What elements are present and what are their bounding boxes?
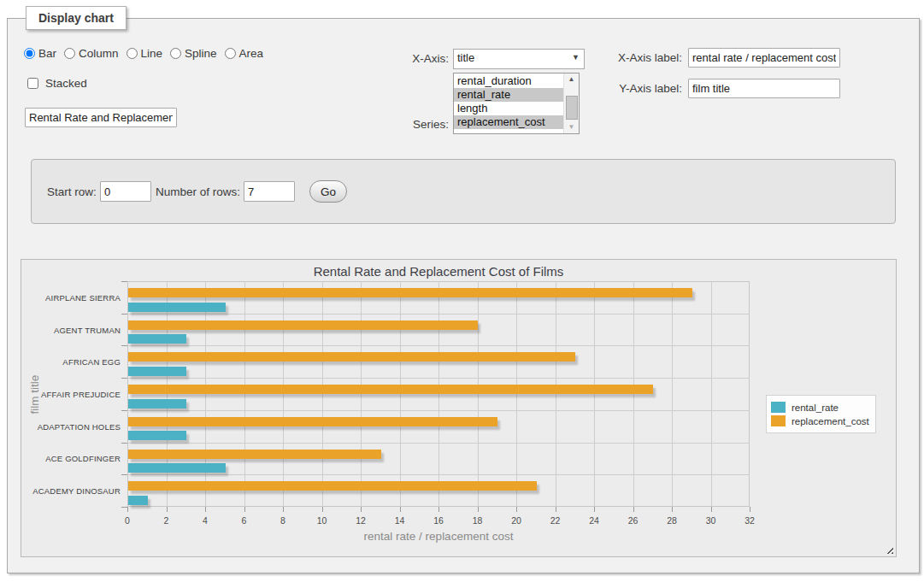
- bar-rental_rate: [128, 496, 148, 505]
- stacked-checkbox[interactable]: [27, 78, 38, 89]
- y-axis-tick: [121, 443, 127, 444]
- start-row-input[interactable]: [100, 181, 151, 202]
- gridline-horizontal: [127, 378, 750, 379]
- y-axis-tick: [121, 345, 127, 346]
- gridline-horizontal: [127, 314, 750, 315]
- bar-rental_rate: [128, 431, 186, 440]
- chart-type-option-column: Column: [64, 47, 119, 60]
- bar-replacement_cost: [128, 481, 537, 491]
- gridline-vertical: [711, 281, 712, 507]
- x-axis-tick: [127, 507, 128, 512]
- x-axis-tick: [633, 507, 634, 512]
- gridline-horizontal: [127, 345, 750, 346]
- x-axis-tick: [750, 507, 750, 512]
- chart-type-radio-line[interactable]: [127, 48, 138, 59]
- x-axis-tick-label: 22: [550, 515, 561, 526]
- legend-swatch: [771, 415, 786, 426]
- chart-type-radio-spline[interactable]: [170, 48, 181, 59]
- chart-type-radio-area[interactable]: [225, 48, 236, 59]
- chart-type-option-bar: Bar: [24, 47, 56, 60]
- gridline-horizontal: [127, 474, 750, 475]
- y-axis-tick: [121, 410, 127, 411]
- series-option-rental_rate[interactable]: rental_rate: [454, 88, 564, 102]
- chart-container: Rental Rate and Replacement Cost of Film…: [21, 259, 897, 557]
- y-category-label: AIRPLANE SIERRA: [21, 293, 121, 303]
- x-axis-tick-label: 14: [395, 515, 405, 526]
- y-axis-label-input[interactable]: [688, 79, 840, 98]
- series-option-replacement_cost[interactable]: replacement_cost: [454, 115, 564, 129]
- chart-title-input[interactable]: [25, 108, 177, 127]
- chart-type-radio-column[interactable]: [64, 48, 75, 59]
- x-axis-tick-label: 18: [473, 515, 483, 526]
- gridline-horizontal: [127, 410, 750, 411]
- legend-entry: rental_rate: [771, 402, 869, 413]
- x-axis-selected-value: title: [457, 51, 474, 64]
- x-axis-title: rental rate / replacement cost: [127, 530, 750, 543]
- chart-type-option-spline: Spline: [170, 47, 217, 60]
- scrollbar-thumb[interactable]: [566, 96, 578, 120]
- bar-replacement_cost: [128, 417, 497, 426]
- chart-type-option-area: Area: [225, 47, 264, 60]
- bar-replacement_cost: [128, 352, 575, 362]
- legend-swatch: [771, 402, 786, 413]
- x-axis-tick: [322, 507, 323, 512]
- x-axis-tick: [361, 507, 362, 512]
- x-axis-tick: [167, 507, 168, 512]
- chevron-down-icon: ▼: [572, 53, 580, 62]
- chart-type-option-line: Line: [127, 47, 163, 60]
- y-axis-tick: [121, 378, 127, 379]
- y-category-label: ACADEMY DINOSAUR: [21, 486, 121, 496]
- gridline-horizontal: [127, 443, 750, 444]
- x-axis-tick: [400, 507, 401, 512]
- fieldset-legend: Display chart: [26, 6, 127, 30]
- series-listbox[interactable]: rental_durationrental_ratelengthreplacem…: [453, 73, 580, 134]
- x-axis-tick: [244, 507, 245, 512]
- scroll-down-icon[interactable]: ▼: [564, 121, 579, 133]
- y-axis-tick: [121, 314, 127, 315]
- y-category-label: ADAPTATION HOLES: [21, 422, 121, 432]
- bar-replacement_cost: [128, 450, 381, 459]
- chart-type-label: Spline: [185, 47, 217, 60]
- chart-legend: rental_ratereplacement_cost: [766, 395, 876, 433]
- series-options: rental_durationrental_ratelengthreplacem…: [454, 74, 564, 129]
- x-axis-tick: [594, 507, 595, 512]
- number-of-rows-input[interactable]: [244, 181, 295, 202]
- gridline-vertical: [672, 281, 673, 507]
- y-category-label: AFFAIR PREJUDICE: [21, 390, 121, 399]
- x-axis-label-label: X-Axis label:: [600, 51, 682, 64]
- stacked-row: Stacked: [24, 75, 87, 91]
- x-axis-tick: [556, 507, 556, 512]
- x-axis-tick: [516, 507, 517, 512]
- legend-label: replacement_cost: [792, 416, 869, 426]
- chart-title: Rental Rate and Replacement Cost of Film…: [127, 264, 750, 279]
- chart-type-radio-bar[interactable]: [24, 48, 35, 59]
- x-axis-select[interactable]: title ▼: [453, 49, 585, 69]
- chart-type-label: Area: [239, 47, 264, 60]
- x-axis-tick-label: 12: [356, 515, 366, 526]
- x-axis-tick: [478, 507, 479, 512]
- x-axis-tick-label: 2: [164, 515, 169, 526]
- chart-type-radio-group: BarColumnLineSplineArea: [24, 47, 263, 60]
- series-option-length[interactable]: length: [454, 102, 564, 115]
- scroll-up-icon[interactable]: ▲: [564, 73, 579, 85]
- bar-rental_rate: [128, 463, 226, 473]
- x-axis-tick: [205, 507, 206, 512]
- x-axis-tick-label: 8: [280, 515, 285, 526]
- stacked-label: Stacked: [45, 77, 87, 90]
- start-row-label: Start row:: [47, 185, 97, 198]
- bar-replacement_cost: [128, 288, 692, 297]
- listbox-scrollbar[interactable]: ▲ ▼: [563, 73, 579, 133]
- x-axis-tick-label: 20: [511, 515, 521, 526]
- bar-rental_rate: [128, 399, 186, 409]
- chart-type-label: Bar: [38, 47, 56, 60]
- x-axis-label-input[interactable]: [688, 48, 840, 68]
- go-button[interactable]: Go: [309, 180, 347, 203]
- resize-handle-icon[interactable]: [884, 544, 893, 554]
- x-axis-tick-label: 6: [242, 515, 247, 526]
- series-option-rental_duration[interactable]: rental_duration: [454, 74, 564, 88]
- bar-replacement_cost: [128, 320, 478, 330]
- y-axis-tick: [121, 281, 127, 282]
- x-axis-tick-label: 4: [203, 515, 208, 526]
- bar-replacement_cost: [128, 385, 653, 394]
- x-axis-tick: [438, 507, 439, 512]
